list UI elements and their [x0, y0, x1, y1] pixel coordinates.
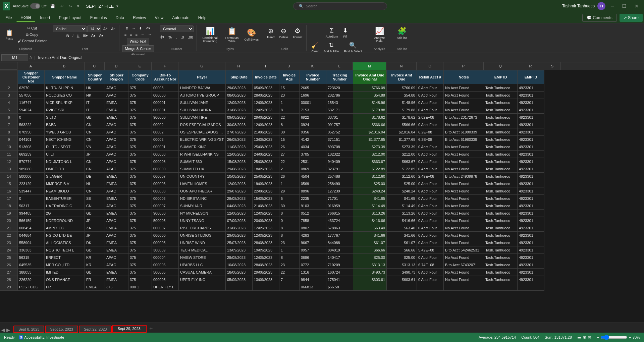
table-cell[interactable]: ZA	[85, 224, 105, 232]
table-cell[interactable]: 12/09/2023	[226, 99, 253, 106]
page-break-view-button[interactable]: ⊟	[588, 335, 591, 340]
table-cell[interactable]: GB	[85, 114, 105, 121]
table-cell[interactable]: 12/09/2023	[253, 254, 279, 261]
table-cell[interactable]: No Acct Found	[444, 121, 484, 128]
table-cell[interactable]: $112.60	[353, 173, 387, 180]
table-cell[interactable]: 375	[128, 246, 152, 254]
table-cell[interactable]: 8	[279, 106, 300, 114]
table-cell[interactable]: 6.74E+08	[417, 261, 444, 269]
table-cell[interactable]: 044101	[18, 136, 45, 143]
table-cell[interactable]: No Acct Found	[444, 269, 484, 276]
table-cell[interactable]: APAC	[105, 187, 128, 195]
table-cell[interactable]: KR	[85, 254, 105, 261]
copy-button[interactable]: ⧉ Copy	[16, 32, 48, 38]
table-cell[interactable]: 844088	[326, 239, 353, 246]
table-cell[interactable]: 4923301	[518, 165, 544, 173]
table-cell[interactable]: 000000	[152, 92, 179, 99]
table-cell[interactable]: No Acct Found	[444, 202, 484, 210]
table-cell[interactable]: OON APOTHECAR	[179, 187, 226, 195]
menu-file[interactable]: File	[1, 14, 16, 21]
percent-button[interactable]: %	[167, 35, 173, 40]
table-cell[interactable]: $1,377.65	[353, 136, 387, 143]
table-cell[interactable]: 25/08/2023	[253, 158, 279, 165]
delete-button[interactable]: ⊖ Delete	[277, 25, 290, 40]
table-cell[interactable]: OS ESPECIALIZADOS DIE	[179, 128, 226, 136]
paste-button[interactable]: 📋 Paste	[3, 28, 15, 41]
table-cell[interactable]: 50317	[18, 202, 45, 210]
table-cell[interactable]: 045535	[18, 261, 45, 269]
table-cell[interactable]: 000000	[152, 232, 179, 239]
table-cell[interactable]: APAC	[105, 128, 128, 136]
table-cell[interactable]: NL	[85, 180, 105, 187]
table-cell[interactable]: 23	[279, 261, 300, 269]
table-row[interactable]: 1850317UA TRADING CCNAPAC375000007SUNMYH…	[0, 202, 544, 210]
table-cell[interactable]: KR	[85, 261, 105, 269]
table-cell[interactable]: CN	[85, 158, 105, 165]
add-sheet-button[interactable]: +	[147, 326, 155, 333]
increase-font-button[interactable]: A⁺	[102, 26, 109, 32]
table-row[interactable]: 9044101NECT (CHENGCNAPAC37500002ELECTRIC…	[0, 136, 544, 143]
col-header-e[interactable]: E	[128, 62, 152, 70]
table-cell[interactable]: $179.88	[353, 106, 387, 114]
table-cell[interactable]: $490.73	[387, 269, 417, 276]
orientation-button[interactable]: ↗▾	[144, 25, 152, 31]
table-cell[interactable]: 557056	[18, 92, 45, 99]
table-cell[interactable]: $122.89	[387, 165, 417, 173]
table-cell[interactable]: 091757	[326, 121, 353, 128]
table-cell[interactable]: 4283	[300, 232, 326, 239]
table-cell[interactable]: 500005	[152, 269, 179, 276]
table-cell[interactable]: 375	[128, 254, 152, 261]
table-cell[interactable]: 8896	[300, 187, 326, 195]
table-cell[interactable]: 000007	[152, 224, 179, 232]
table-cell[interactable]: 0 Acct Four	[417, 217, 444, 224]
table-cell[interactable]: B to Acct 61980339	[444, 128, 484, 136]
table-cell[interactable]: 0686	[300, 254, 326, 261]
table-cell[interactable]: UPER FLY INC	[152, 283, 179, 291]
table-row[interactable]: 5594624RVICE SRLITEMEA375000001SULLIVAN …	[0, 106, 544, 114]
table-cell[interactable]: $212.00	[353, 151, 387, 158]
table-cell[interactable]: 375	[128, 210, 152, 217]
table-cell[interactable]: GB	[85, 269, 105, 276]
menu-automate[interactable]: Automate	[168, 14, 193, 21]
table-cell[interactable]: 000007	[152, 173, 179, 180]
table-cell[interactable]: SULLIVAN TIRE	[179, 114, 226, 121]
table-cell[interactable]: 23	[279, 239, 300, 246]
table-cell[interactable]: 884019	[326, 246, 353, 254]
table-cell[interactable]: 2235	[300, 195, 326, 202]
table-cell[interactable]: 4142	[300, 136, 326, 143]
align-top-button[interactable]: ⬆	[124, 25, 130, 31]
table-cell[interactable]: 4923301	[518, 106, 544, 114]
table-row[interactable]: 2556315ERFECTKRAPAC375000004NVIEW STORE2…	[0, 254, 544, 261]
table-cell[interactable]: 513608	[18, 143, 45, 151]
table-cell[interactable]	[179, 283, 226, 291]
table-cell[interactable]: Tash.Tanhueco	[484, 165, 518, 173]
table-cell[interactable]: $41.66	[387, 232, 417, 239]
find-select-button[interactable]: 🔍 Find & Select	[342, 40, 364, 54]
table-cell[interactable]: 375	[128, 84, 152, 92]
table-cell[interactable]: APAC	[105, 143, 128, 151]
table-cell[interactable]: No Acct Found	[444, 276, 484, 283]
table-cell[interactable]: No Acct Found	[444, 165, 484, 173]
table-cell[interactable]: MER CO.,LTD	[45, 261, 85, 269]
autosum-button[interactable]: Σ AutoSum	[324, 26, 340, 40]
table-cell[interactable]: 710209	[326, 261, 353, 269]
table-cell[interactable]: 766815	[326, 210, 353, 217]
table-cell[interactable]: 000 1	[128, 283, 152, 291]
table-cell[interactable]: No Acct Found	[444, 210, 484, 217]
table-cell[interactable]: CN	[85, 121, 105, 128]
underline-button[interactable]: U	[75, 33, 81, 39]
table-row[interactable]: 22044684NG CO LTD-BEJPAPAC375000000UNRIS…	[0, 232, 544, 239]
table-cell[interactable]: 375	[128, 99, 152, 106]
table-cell[interactable]: $663.67	[353, 158, 387, 165]
table-cell[interactable]: 678863	[326, 224, 353, 232]
table-cell[interactable]: 12/09/2023	[253, 224, 279, 232]
table-cell[interactable]: 4923301	[518, 210, 544, 217]
table-cell[interactable]: SULLIVAN JANE	[179, 99, 226, 106]
menu-page-layout[interactable]: Page Layout	[55, 14, 85, 21]
table-cell[interactable]: No Acct Found	[444, 187, 484, 195]
table-cell[interactable]: NDI JIATONG L	[45, 158, 85, 165]
table-cell[interactable]: 25/07/2023	[226, 239, 253, 246]
table-cell[interactable]: 000006	[152, 195, 179, 202]
table-cell[interactable]: 7858	[300, 217, 326, 224]
table-cell[interactable]: 04/08/2023	[226, 202, 253, 210]
